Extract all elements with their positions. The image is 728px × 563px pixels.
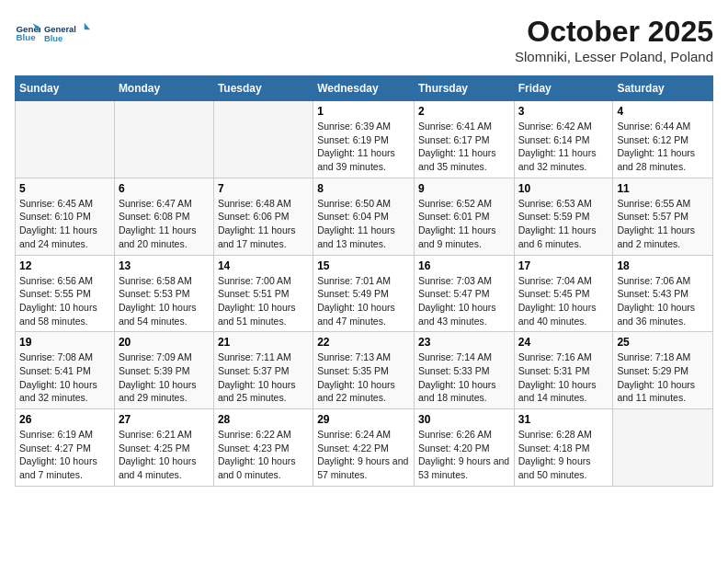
calendar-cell: 7Sunrise: 6:48 AM Sunset: 6:06 PM Daylig… [213,178,313,255]
day-info: Sunrise: 7:11 AM Sunset: 5:37 PM Dayligh… [218,350,309,405]
day-number: 7 [218,182,309,195]
calendar-week-row: 5Sunrise: 6:45 AM Sunset: 6:10 PM Daylig… [16,178,713,255]
day-info: Sunrise: 7:09 AM Sunset: 5:39 PM Dayligh… [119,350,210,405]
calendar-cell: 29Sunrise: 6:24 AM Sunset: 4:22 PM Dayli… [313,409,415,487]
day-info: Sunrise: 6:52 AM Sunset: 6:01 PM Dayligh… [418,197,510,251]
calendar-cell: 13Sunrise: 6:58 AM Sunset: 5:53 PM Dayli… [114,255,213,332]
day-number: 8 [317,182,410,195]
calendar-week-row: 19Sunrise: 7:08 AM Sunset: 5:41 PM Dayli… [16,332,713,409]
day-number: 5 [19,182,110,195]
svg-text:Blue: Blue [16,32,36,42]
day-info: Sunrise: 7:06 AM Sunset: 5:43 PM Dayligh… [617,274,709,328]
calendar-week-row: 1Sunrise: 6:39 AM Sunset: 6:19 PM Daylig… [16,101,713,178]
day-number: 22 [317,336,410,349]
day-number: 25 [617,336,709,349]
header-monday: Monday [114,76,213,101]
day-info: Sunrise: 7:04 AM Sunset: 5:45 PM Dayligh… [518,274,609,328]
month-title: October 2025 [515,15,713,49]
general-blue-logo-svg: General Blue [44,15,90,52]
calendar-cell: 27Sunrise: 6:21 AM Sunset: 4:25 PM Dayli… [114,409,213,487]
day-number: 12 [19,259,110,272]
calendar-cell: 1Sunrise: 6:39 AM Sunset: 6:19 PM Daylig… [313,101,415,178]
day-info: Sunrise: 6:22 AM Sunset: 4:23 PM Dayligh… [218,428,309,482]
day-info: Sunrise: 6:47 AM Sunset: 6:08 PM Dayligh… [119,197,210,251]
calendar-cell: 17Sunrise: 7:04 AM Sunset: 5:45 PM Dayli… [514,255,613,332]
day-number: 14 [218,259,309,272]
day-number: 4 [617,105,709,118]
day-number: 6 [119,182,210,195]
day-info: Sunrise: 6:55 AM Sunset: 5:57 PM Dayligh… [617,197,709,251]
day-number: 11 [617,182,709,195]
day-number: 19 [19,336,110,349]
location-title: Slomniki, Lesser Poland, Poland [515,49,713,64]
svg-marker-5 [85,23,90,30]
day-number: 9 [418,182,510,195]
calendar-cell: 25Sunrise: 7:18 AM Sunset: 5:29 PM Dayli… [613,332,713,409]
day-info: Sunrise: 6:21 AM Sunset: 4:25 PM Dayligh… [119,428,210,482]
calendar-cell: 9Sunrise: 6:52 AM Sunset: 6:01 PM Daylig… [414,178,514,255]
day-info: Sunrise: 7:00 AM Sunset: 5:51 PM Dayligh… [218,274,309,328]
day-info: Sunrise: 7:14 AM Sunset: 5:33 PM Dayligh… [418,350,510,405]
calendar-cell: 2Sunrise: 6:41 AM Sunset: 6:17 PM Daylig… [414,101,514,178]
calendar-cell: 4Sunrise: 6:44 AM Sunset: 6:12 PM Daylig… [613,101,713,178]
day-number: 28 [218,413,309,426]
day-info: Sunrise: 6:53 AM Sunset: 5:59 PM Dayligh… [518,197,609,251]
day-number: 2 [418,105,510,118]
header-wednesday: Wednesday [313,76,415,101]
day-info: Sunrise: 6:19 AM Sunset: 4:27 PM Dayligh… [19,428,110,482]
day-info: Sunrise: 7:16 AM Sunset: 5:31 PM Dayligh… [518,350,609,405]
header-friday: Friday [514,76,613,101]
calendar-cell [16,101,115,178]
header-thursday: Thursday [414,76,514,101]
calendar-cell: 10Sunrise: 6:53 AM Sunset: 5:59 PM Dayli… [514,178,613,255]
day-info: Sunrise: 6:39 AM Sunset: 6:19 PM Dayligh… [317,120,410,174]
day-info: Sunrise: 6:56 AM Sunset: 5:55 PM Dayligh… [19,274,110,328]
calendar-cell: 19Sunrise: 7:08 AM Sunset: 5:41 PM Dayli… [16,332,115,409]
day-number: 18 [617,259,709,272]
day-info: Sunrise: 6:48 AM Sunset: 6:06 PM Dayligh… [218,197,309,251]
calendar-cell [613,409,713,487]
title-area: October 2025 Slomniki, Lesser Poland, Po… [515,15,713,64]
day-info: Sunrise: 7:18 AM Sunset: 5:29 PM Dayligh… [617,350,709,405]
calendar-cell: 23Sunrise: 7:14 AM Sunset: 5:33 PM Dayli… [414,332,514,409]
calendar-cell: 12Sunrise: 6:56 AM Sunset: 5:55 PM Dayli… [16,255,115,332]
calendar-week-row: 12Sunrise: 6:56 AM Sunset: 5:55 PM Dayli… [16,255,713,332]
day-number: 27 [119,413,210,426]
day-info: Sunrise: 6:42 AM Sunset: 6:14 PM Dayligh… [518,120,609,174]
day-info: Sunrise: 6:58 AM Sunset: 5:53 PM Dayligh… [119,274,210,328]
day-info: Sunrise: 7:13 AM Sunset: 5:35 PM Dayligh… [317,350,410,405]
calendar-cell [213,101,313,178]
calendar-cell [114,101,213,178]
day-number: 21 [218,336,309,349]
calendar-header-row: SundayMondayTuesdayWednesdayThursdayFrid… [16,76,713,101]
day-info: Sunrise: 6:26 AM Sunset: 4:20 PM Dayligh… [418,428,510,482]
day-number: 31 [518,413,609,426]
calendar-table: SundayMondayTuesdayWednesdayThursdayFrid… [15,75,713,487]
header-saturday: Saturday [613,76,713,101]
day-number: 17 [518,259,609,272]
day-info: Sunrise: 7:01 AM Sunset: 5:49 PM Dayligh… [317,274,410,328]
day-number: 10 [518,182,609,195]
calendar-cell: 22Sunrise: 7:13 AM Sunset: 5:35 PM Dayli… [313,332,415,409]
calendar-cell: 15Sunrise: 7:01 AM Sunset: 5:49 PM Dayli… [313,255,415,332]
page-header: General Blue General Blue October 2025 S… [15,15,713,64]
header-sunday: Sunday [16,76,115,101]
calendar-cell: 31Sunrise: 6:28 AM Sunset: 4:18 PM Dayli… [514,409,613,487]
day-info: Sunrise: 6:24 AM Sunset: 4:22 PM Dayligh… [317,428,410,482]
day-number: 1 [317,105,410,118]
day-number: 26 [19,413,110,426]
day-info: Sunrise: 6:41 AM Sunset: 6:17 PM Dayligh… [418,120,510,174]
day-info: Sunrise: 6:45 AM Sunset: 6:10 PM Dayligh… [19,197,110,251]
logo: General Blue General Blue [15,15,90,52]
day-number: 16 [418,259,510,272]
day-info: Sunrise: 6:44 AM Sunset: 6:12 PM Dayligh… [617,120,709,174]
day-number: 30 [418,413,510,426]
day-info: Sunrise: 6:50 AM Sunset: 6:04 PM Dayligh… [317,197,410,251]
day-number: 13 [119,259,210,272]
calendar-cell: 26Sunrise: 6:19 AM Sunset: 4:27 PM Dayli… [16,409,115,487]
day-number: 29 [317,413,410,426]
calendar-cell: 6Sunrise: 6:47 AM Sunset: 6:08 PM Daylig… [114,178,213,255]
day-number: 23 [418,336,510,349]
logo-icon: General Blue [15,20,40,46]
calendar-cell: 16Sunrise: 7:03 AM Sunset: 5:47 PM Dayli… [414,255,514,332]
